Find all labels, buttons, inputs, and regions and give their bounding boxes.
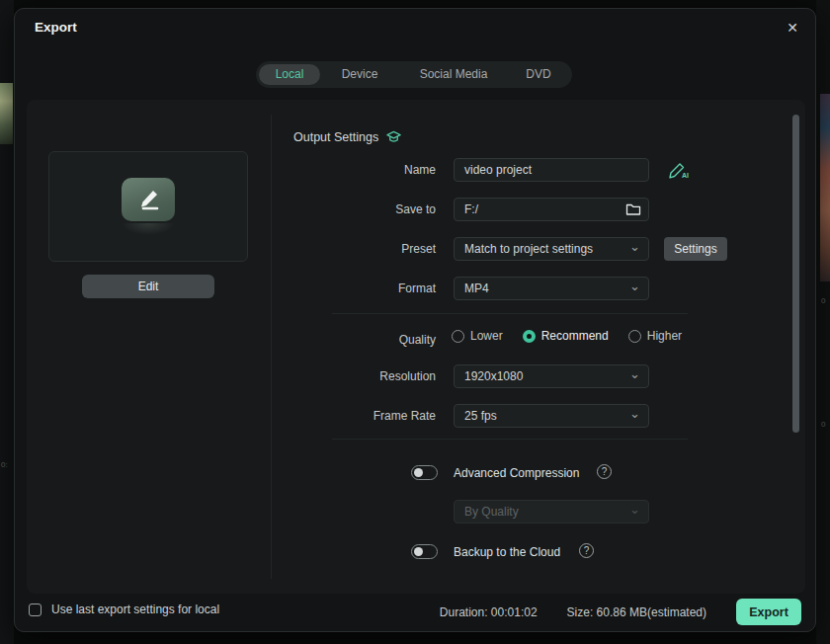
column-divider	[271, 115, 272, 579]
compression-mode-value: By Quality	[464, 505, 519, 519]
tab-local[interactable]: Local	[259, 64, 320, 85]
toggle-knob	[414, 468, 423, 477]
export-tab-bar: Local Device Social Media DVD	[256, 61, 572, 88]
advanced-compression-toggle[interactable]	[411, 465, 438, 480]
advanced-compression-label: Advanced Compression	[454, 466, 579, 480]
save-to-label: Save to	[317, 202, 436, 216]
format-label: Format	[317, 282, 436, 295]
svg-text:AI: AI	[682, 172, 689, 179]
edit-button[interactable]: Edit	[82, 275, 214, 298]
settings-button[interactable]: Settings	[664, 237, 727, 261]
export-dialog: Export ✕ Local Device Social Media DVD E…	[14, 8, 816, 632]
frame-rate-label: Frame Rate	[317, 409, 436, 423]
divider	[332, 313, 688, 314]
quality-label: Quality	[317, 333, 436, 347]
backup-cloud-label: Backup to the Cloud	[454, 545, 560, 559]
backup-cloud-toggle[interactable]	[411, 544, 438, 559]
ai-rename-icon[interactable]: AI	[667, 159, 691, 185]
name-label: Name	[317, 163, 436, 177]
footer-right: Duration: 00:01:02 Size: 60.86 MB(estima…	[440, 599, 801, 625]
quality-lower-label: Lower	[470, 329, 503, 343]
help-icon[interactable]: ?	[597, 464, 612, 479]
chevron-down-icon: ⌄	[629, 239, 640, 254]
quality-radio-recommend[interactable]: Recommend	[523, 329, 609, 343]
resolution-value: 1920x1080	[464, 369, 523, 383]
dialog-title: Export	[35, 20, 77, 35]
frame-rate-dropdown[interactable]: 25 fps ⌄	[454, 404, 649, 428]
name-input[interactable]: video project	[454, 158, 649, 182]
duration-label: Duration:	[440, 605, 488, 619]
help-icon[interactable]: ?	[579, 543, 594, 558]
background-app-left: 0:	[0, 0, 14, 644]
chevron-down-icon: ⌄	[629, 406, 640, 421]
name-value: video project	[464, 163, 532, 177]
edit-pencil-icon	[122, 178, 175, 221]
tab-social-media[interactable]: Social Media	[399, 64, 508, 85]
quality-options: Lower Recommend Higher	[452, 329, 682, 343]
tab-device[interactable]: Device	[320, 64, 399, 85]
use-last-settings-checkbox[interactable]	[29, 604, 42, 616]
preset-label: Preset	[317, 242, 436, 256]
scrollbar-thumb[interactable]	[792, 115, 799, 433]
format-value: MP4	[464, 282, 489, 295]
quality-recommend-label: Recommend	[541, 329, 609, 343]
size-text: Size: 60.86 MB(estimated)	[567, 605, 706, 619]
export-button[interactable]: Export	[736, 599, 801, 625]
preset-value: Match to project settings	[464, 242, 593, 256]
background-timeline-mark: 0	[821, 296, 825, 305]
tutorial-cap-icon[interactable]	[385, 129, 402, 144]
duration-value: 00:01:02	[491, 605, 538, 619]
resolution-dropdown[interactable]: 1920x1080 ⌄	[454, 364, 649, 388]
footer-left: Use last export settings for local	[29, 603, 219, 616]
video-preview-thumbnail[interactable]	[48, 151, 248, 262]
export-content-panel: Edit Output Settings Name video project	[27, 100, 805, 594]
quality-radio-lower[interactable]: Lower	[452, 329, 503, 343]
output-settings-title: Output Settings	[293, 129, 402, 144]
background-media-thumbnail	[0, 83, 13, 144]
compression-mode-dropdown: By Quality ⌄	[454, 500, 649, 523]
toggle-knob	[414, 547, 423, 556]
close-icon[interactable]: ✕	[783, 18, 802, 38]
icon-reflection	[122, 223, 175, 235]
quality-higher-label: Higher	[647, 329, 682, 343]
size-label: Size:	[567, 605, 594, 619]
output-settings-label: Output Settings	[293, 130, 378, 144]
divider	[332, 439, 688, 440]
resolution-label: Resolution	[317, 369, 436, 383]
background-app-right: 0 0	[816, 0, 830, 644]
preset-dropdown[interactable]: Match to project settings ⌄	[454, 237, 649, 261]
save-to-value: F:/	[464, 202, 478, 216]
background-video-frame	[820, 94, 830, 282]
screen: 0: 0 0 Export ✕ Local Device Social Medi…	[0, 0, 830, 644]
radio-selected-icon	[523, 330, 536, 343]
duration-text: Duration: 00:01:02	[440, 605, 538, 619]
format-dropdown[interactable]: MP4 ⌄	[454, 277, 649, 300]
background-timeline-mark: 0	[821, 420, 825, 429]
size-value: 60.86 MB(estimated)	[597, 605, 706, 619]
background-timecode-mark: 0:	[1, 460, 8, 469]
save-to-input[interactable]: F:/	[454, 198, 649, 221]
browse-folder-icon[interactable]	[625, 202, 641, 216]
use-last-settings-label: Use last export settings for local	[51, 603, 219, 616]
chevron-down-icon: ⌄	[629, 366, 640, 381]
chevron-down-icon: ⌄	[629, 279, 640, 293]
quality-radio-higher[interactable]: Higher	[628, 329, 682, 343]
tab-dvd[interactable]: DVD	[508, 64, 569, 85]
chevron-down-icon: ⌄	[629, 502, 640, 517]
radio-icon	[628, 330, 641, 343]
frame-rate-value: 25 fps	[464, 409, 497, 423]
radio-icon	[452, 330, 464, 343]
